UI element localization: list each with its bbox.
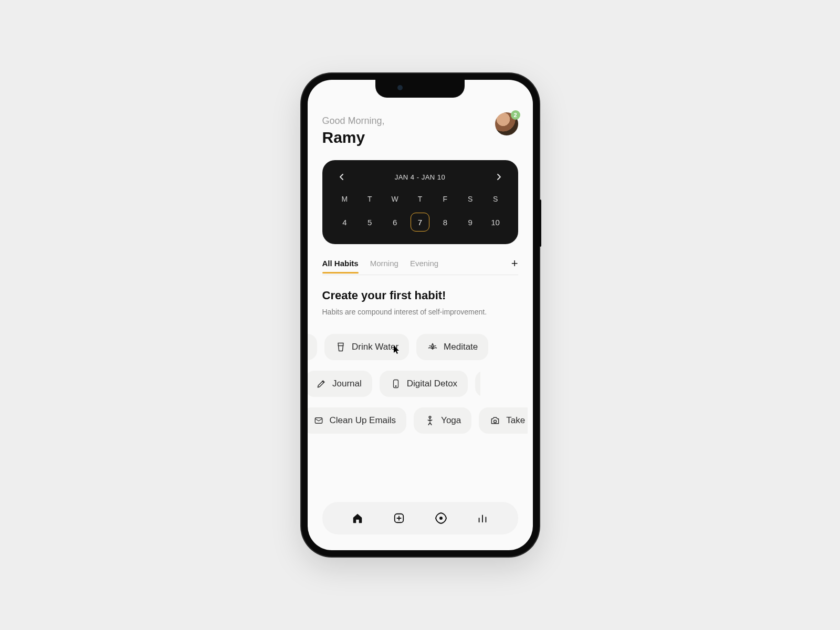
day-cell[interactable]: T5 [359,195,381,232]
day-letter: W [384,195,406,203]
add-tab-button[interactable]: + [511,257,518,275]
prev-week-button[interactable] [335,171,348,183]
username-text: Ramy [322,129,385,146]
day-cell[interactable]: T7 [409,195,431,232]
phone-frame: Good Morning, Ramy 2 JAN 4 - JAN 10 [301,74,539,556]
hero-subtitle: Habits are compound interest of self-imp… [322,308,518,316]
habit-chip-drink-water[interactable]: Drink Water [324,334,409,360]
greeting-text: Good Morning, [322,116,385,127]
habit-chip-label: Digital Detox [407,379,457,389]
mail-icon [313,415,324,426]
chevron-right-icon [497,173,502,181]
habit-chip-label: Yoga [441,415,461,426]
day-number: 8 [436,213,455,232]
habit-chip-label: Meditate [444,342,478,352]
notch [375,80,465,98]
day-letter: M [334,195,356,203]
tab-evening[interactable]: Evening [410,259,438,273]
week-calendar-card: JAN 4 - JAN 10 M4T5W6T7F8S9S10 [322,160,518,244]
habit-chip-meditate[interactable]: Meditate [416,334,488,360]
habit-chip-clean-up-emails[interactable]: Clean Up Emails [308,407,407,434]
habit-chip-label: Take [506,415,525,426]
nav-explore-button[interactable] [434,511,448,526]
plus-icon: + [511,257,518,270]
tab-all-habits[interactable]: All Habits [322,259,359,273]
notification-badge: 2 [511,110,520,120]
habit-chip-label: Journal [332,379,362,389]
plus-square-icon [393,512,405,524]
svg-point-6 [440,517,442,519]
chevron-left-icon [339,173,344,181]
habit-chip-journal[interactable]: Journal [308,371,372,397]
day-number: 10 [486,213,505,232]
tab-morning[interactable]: Morning [370,259,398,273]
cup-icon [335,341,346,353]
home-icon [352,512,363,524]
day-cell[interactable]: W6 [384,195,406,232]
day-cell[interactable]: M4 [334,195,356,232]
habit-chip-list[interactable]: List [308,334,317,360]
day-letter: F [434,195,456,203]
day-number: 4 [335,213,354,232]
phone-side-button [539,200,541,247]
nav-add-button[interactable] [392,511,406,526]
avatar-button[interactable]: 2 [495,112,518,135]
week-range-label: JAN 4 - JAN 10 [395,173,446,181]
camera-icon [489,415,501,426]
hero-title: Create your first habit! [322,289,518,302]
day-letter: S [459,195,481,203]
day-letter: S [485,195,507,203]
habit-chip-label: Drink Water [352,342,398,352]
bar-chart-icon [477,512,488,524]
habit-chip-digital-detox[interactable]: Digital Detox [380,371,468,397]
compass-icon [435,512,447,524]
day-number: 9 [461,213,480,232]
bottom-nav [322,502,518,534]
habit-chip-yoga[interactable]: Yoga [414,407,471,434]
screen: Good Morning, Ramy 2 JAN 4 - JAN 10 [308,80,533,550]
lotus-icon [427,341,438,353]
habit-suggestion-grid: ListDrink WaterMeditate eJournalDigital … [322,334,518,434]
pencil-icon [316,378,327,390]
person-icon [424,415,436,426]
day-letter: T [359,195,381,203]
day-number: 6 [385,213,404,232]
day-number: 7 [411,213,429,232]
habit-chip-book[interactable] [475,371,480,397]
nav-home-button[interactable] [350,511,365,526]
phone-icon [390,378,402,390]
day-cell[interactable]: S10 [485,195,507,232]
day-letter: T [409,195,431,203]
habit-chip-label: Clean Up Emails [330,415,396,426]
habit-chip-take[interactable]: Take [479,407,527,434]
day-cell[interactable]: F8 [434,195,456,232]
day-number: 5 [360,213,379,232]
svg-point-4 [429,416,431,418]
nav-stats-button[interactable] [475,511,490,526]
day-cell[interactable]: S9 [459,195,481,232]
app-content: Good Morning, Ramy 2 JAN 4 - JAN 10 [308,80,533,550]
next-week-button[interactable] [493,171,506,183]
svg-point-2 [395,386,396,387]
